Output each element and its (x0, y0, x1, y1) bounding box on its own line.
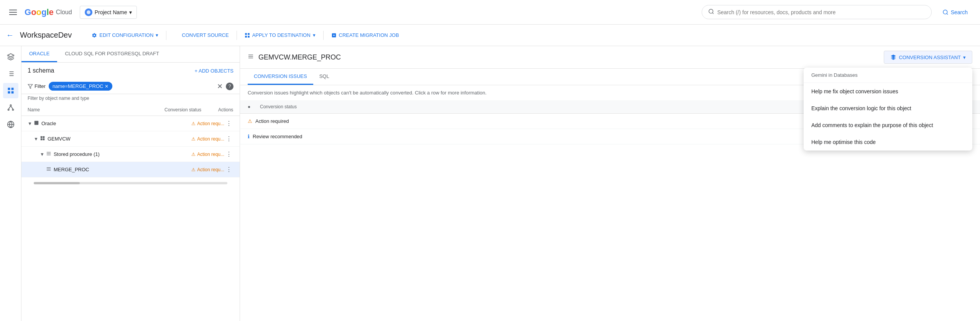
panel-title-icon (248, 53, 254, 61)
filter-hint: Filter by object name and type (21, 94, 240, 104)
edit-config-label: EDIT CONFIGURATION (99, 32, 153, 38)
merge-proc-status-text: Action requ... (197, 167, 224, 172)
tab-oracle[interactable]: ORACLE (21, 46, 57, 62)
tree-row-stored-proc[interactable]: ▼ Stored procedure (1) ⚠ Action requ... … (21, 147, 240, 162)
oracle-label: Oracle (41, 121, 191, 126)
gemvcw-status-text: Action requ... (197, 136, 224, 142)
divider2 (237, 31, 237, 40)
expand-stored-proc[interactable]: ▼ (40, 152, 44, 157)
add-objects-label: + ADD OBJECTS (195, 68, 234, 74)
svg-point-0 (87, 10, 90, 14)
search-button[interactable]: Search (936, 6, 974, 18)
svg-line-26 (8, 106, 11, 109)
scrollbar-track[interactable] (34, 182, 227, 184)
sidebar-icon-list[interactable] (3, 66, 18, 81)
sidebar-icon-network[interactable] (3, 117, 18, 132)
svg-line-2 (712, 13, 714, 14)
schema-count: 1 schema (28, 67, 54, 74)
filter-chip-close[interactable]: ✕ (105, 84, 109, 89)
oracle-status-text: Action requ... (197, 121, 224, 126)
svg-rect-5 (245, 33, 247, 35)
tab-sql[interactable]: SQL (313, 69, 335, 85)
filter-chip-text: name=MERGE_PROC (53, 83, 104, 89)
col-actions-header: Actions (218, 107, 233, 113)
sidebar-icon-flow[interactable] (3, 100, 18, 115)
svg-rect-21 (8, 91, 10, 94)
svg-point-1 (709, 9, 713, 13)
filter-clear-button[interactable]: ✕ (217, 82, 223, 91)
left-sidebar (0, 46, 21, 321)
warn-icon-oracle: ⚠ (191, 121, 196, 126)
stored-proc-label: Stored procedure (1) (54, 151, 191, 157)
svg-rect-7 (245, 36, 247, 38)
edit-config-chevron: ▾ (156, 32, 158, 38)
back-button[interactable]: ← (6, 31, 14, 40)
hamburger-menu[interactable] (6, 7, 20, 18)
create-migration-button[interactable]: CREATE MIGRATION JOB (327, 29, 404, 41)
search-button-label: Search (951, 9, 968, 15)
stored-proc-status: ⚠ Action requ... (191, 152, 224, 157)
dropdown-item-optimise[interactable]: Help me optimise this code (804, 134, 972, 151)
apply-to-dest-button[interactable]: APPLY TO DESTINATION ▾ (240, 29, 320, 41)
project-selector[interactable]: Project Name ▾ (80, 6, 137, 19)
tree-row-oracle[interactable]: ▼ Oracle ⚠ Action requ... ⋮ (21, 116, 240, 131)
tree-header: Name Conversion status Actions (21, 104, 240, 116)
svg-rect-22 (11, 91, 13, 94)
search-input[interactable] (717, 9, 925, 15)
project-avatar (85, 8, 92, 16)
create-migration-label: CREATE MIGRATION JOB (339, 32, 399, 38)
gemvcw-status: ⚠ Action requ... (191, 136, 224, 142)
svg-point-24 (8, 109, 9, 110)
oracle-menu-button[interactable]: ⋮ (224, 119, 233, 128)
warn-icon-issue1: ⚠ (248, 118, 252, 124)
dropdown-item-comments[interactable]: Add comments to explain the purpose of t… (804, 117, 972, 134)
panel-title: GEMVCW.MERGE_PROC (258, 53, 879, 61)
svg-point-25 (12, 109, 13, 110)
dropdown-item-fix[interactable]: Help me fix object conversion issues (804, 83, 972, 100)
conversion-assistant-button[interactable]: CONVERSION ASSISTANT ▾ (884, 51, 972, 64)
merge-proc-menu-button[interactable]: ⋮ (224, 165, 233, 174)
tree-row-merge-proc[interactable]: MERGE_PROC ⚠ Action requ... ⋮ (21, 162, 240, 177)
convert-source-button[interactable]: CONVERT SOURCE (169, 29, 233, 41)
issue-status-1: Action required (255, 118, 873, 124)
merge-proc-icon (46, 166, 51, 173)
tab-cloudsql[interactable]: CLOUD SQL FOR POSTGRESQL DRAFT (57, 46, 166, 62)
svg-rect-20 (11, 88, 13, 90)
gemvcw-icon (40, 136, 45, 142)
sidebar-icon-layers[interactable] (3, 49, 18, 65)
expand-gemvcw[interactable]: ▼ (34, 136, 38, 142)
tab-conversion-issues[interactable]: CONVERSION ISSUES (248, 69, 313, 85)
filter-text: Filter (35, 83, 46, 89)
oracle-status: ⚠ Action requ... (191, 121, 224, 126)
dropdown-item-explain[interactable]: Explain the conversion logic for this ob… (804, 100, 972, 117)
warn-icon-merge-proc: ⚠ (191, 167, 196, 172)
google-cloud-logo[interactable]: Google Cloud (25, 7, 72, 17)
scrollbar-thumb[interactable] (34, 182, 80, 184)
warn-icon-stored-proc: ⚠ (191, 152, 196, 157)
tree-row-gemvcw[interactable]: ▼ GEMVCW ⚠ Action requ... ⋮ (21, 131, 240, 147)
project-name: Project Name (95, 9, 127, 15)
oracle-icon (34, 120, 39, 127)
warn-icon-gemvcw: ⚠ (191, 136, 196, 142)
expand-oracle[interactable]: ▼ (28, 121, 32, 126)
gemvcw-menu-button[interactable]: ⋮ (224, 134, 233, 143)
filter-help-button[interactable]: ? (226, 83, 233, 90)
filter-row: Filter name=MERGE_PROC ✕ ✕ ? (21, 79, 240, 94)
col-name-header: Name (28, 107, 164, 113)
workspace-title: WorkspaceDev (20, 31, 72, 40)
col-icon-header: ● (248, 104, 260, 109)
search-icon (708, 8, 714, 16)
conv-assistant-chevron: ▾ (963, 55, 966, 60)
chevron-down-icon: ▾ (129, 9, 132, 15)
edit-config-button[interactable]: EDIT CONFIGURATION ▾ (87, 29, 163, 41)
main-layout: ORACLE CLOUD SQL FOR POSTGRESQL DRAFT 1 … (0, 46, 980, 321)
scrollbar-area (21, 177, 240, 189)
col-status-header-issues: Conversion status (260, 104, 873, 109)
add-objects-button[interactable]: + ADD OBJECTS (195, 68, 234, 74)
sidebar-icon-grid[interactable] (3, 83, 18, 98)
topbar: Google Cloud Project Name ▾ Search (0, 0, 980, 25)
svg-line-4 (947, 13, 948, 15)
svg-rect-31 (41, 136, 43, 138)
stored-proc-menu-button[interactable]: ⋮ (224, 150, 233, 159)
svg-marker-30 (28, 84, 33, 88)
